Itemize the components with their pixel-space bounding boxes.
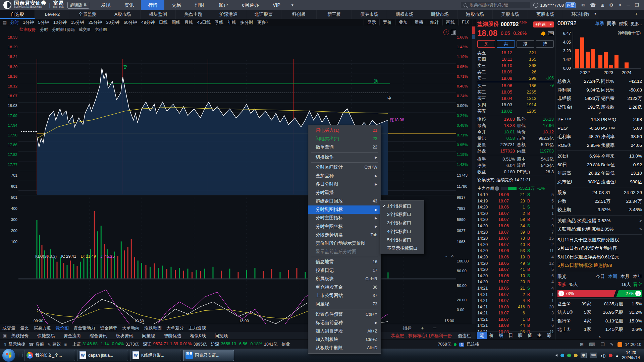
market-tab-热点主题[interactable]: 热点主题 bbox=[176, 10, 211, 19]
order-book-row[interactable]: 卖四18.11155 bbox=[477, 56, 554, 62]
indicator-tab-资金驱动力[interactable]: 资金驱动力 bbox=[73, 325, 95, 331]
top-menu-理财[interactable]: 理财 bbox=[188, 0, 211, 10]
action-持-button[interactable]: 持 bbox=[536, 40, 554, 48]
indicator-tab-买卖力道[interactable]: 买卖力道 bbox=[34, 325, 51, 331]
volume-icon[interactable]: ◖)) bbox=[600, 353, 606, 358]
quote-tab-价[interactable]: 价 bbox=[487, 332, 497, 339]
section-collapse-icon[interactable]: ∨ bbox=[557, 111, 642, 115]
task-button-K线经典形...[interactable]: WK线经典形... bbox=[130, 350, 181, 361]
tick-row[interactable]: 14:2118.071B1 bbox=[477, 316, 554, 323]
search-input[interactable]: 股票/理财/资讯/功能 bbox=[461, 2, 530, 8]
tick-row[interactable]: 14:2018.0610S6 bbox=[477, 273, 554, 279]
period-多分时[interactable]: 多分时 bbox=[238, 19, 255, 25]
market-tab-债券市场[interactable]: 债券市场 bbox=[352, 10, 387, 19]
panel-tab-关联报价[interactable]: 关联报价 bbox=[11, 333, 29, 339]
menu-item-重仓持股基金[interactable]: 重仓持股基金36 bbox=[308, 283, 381, 291]
chart-tab-成交量[interactable]: 成交量 bbox=[79, 27, 91, 32]
menu-item-分时副图指标[interactable]: 分时副图指标▶ bbox=[308, 205, 381, 214]
quote-tab-筹[interactable]: 筹 bbox=[544, 332, 554, 339]
indicator-tool[interactable]: 指标 bbox=[403, 325, 412, 331]
tick-row[interactable]: 14:2018.061S1 bbox=[477, 204, 554, 210]
market-tab-Level-2[interactable]: Level-2 bbox=[35, 10, 70, 19]
submenu-item-5个指标窗口[interactable]: 5个指标窗口 bbox=[380, 236, 424, 244]
task-button-国泰君安证...[interactable]: 富易国泰君安证... bbox=[183, 350, 234, 361]
submenu-item-1个指标窗口[interactable]: ✔1个指标窗口 bbox=[380, 202, 424, 210]
tabbar-dropdown-icon[interactable]: ▼ bbox=[594, 12, 597, 15]
panel-tab-板块资讯[interactable]: 板块资讯 bbox=[116, 333, 133, 339]
tray-app4-icon[interactable] bbox=[609, 354, 612, 357]
tick-row[interactable]: 14:1918.0621S5 bbox=[477, 192, 554, 198]
period-10分钟[interactable]: 10分钟 bbox=[51, 19, 69, 25]
menu-item-分时主图坐标[interactable]: 分时主图坐标▶ bbox=[308, 222, 381, 231]
menu-item-多日分时图[interactable]: 多日分时图▶ bbox=[308, 180, 381, 188]
menu-item-所属板块[interactable]: 所属板块Ctrl+R bbox=[308, 275, 381, 283]
menu-item-投资日记[interactable]: 投资日记17 bbox=[308, 266, 381, 275]
fin-tab-更多..[interactable]: 更多.. bbox=[630, 21, 642, 27]
top-menu-资讯[interactable]: 资讯 bbox=[117, 0, 141, 10]
tray-app3-icon[interactable] bbox=[574, 354, 578, 357]
menu-item-标记当前品种[interactable]: 标记当前品种▶ bbox=[308, 318, 381, 327]
sentiment-tab-本年[interactable]: 本年 bbox=[633, 272, 642, 281]
minimize-icon[interactable]: ─ bbox=[625, 2, 633, 8]
order-book-row[interactable]: 买一18.06186-9 bbox=[477, 82, 554, 89]
alert-icon[interactable] bbox=[618, 342, 622, 347]
thumb-up-icon[interactable]: ↑ bbox=[558, 291, 564, 296]
market-tab-美股市场[interactable]: 美股市场 bbox=[493, 10, 528, 19]
menu-item-竞价时段自动显示竞价图[interactable]: 竞价时段自动显示竞价图 bbox=[308, 239, 381, 247]
market-tab-期权市场[interactable]: 期权市场 bbox=[387, 10, 422, 19]
status-label[interactable]: 显示快捷 bbox=[8, 342, 25, 347]
order-book-row[interactable]: 卖二18.0926 bbox=[477, 69, 554, 75]
market-tab-沪深港通[interactable]: 沪深港通 bbox=[211, 10, 246, 19]
order-book-row[interactable]: 卖五18.12321 bbox=[477, 50, 554, 56]
tray-expand-icon[interactable] bbox=[555, 354, 557, 357]
apps-icon[interactable]: ⊞ bbox=[598, 2, 607, 8]
tool-统计[interactable]: 统计 bbox=[427, 19, 442, 25]
period-45日线[interactable]: 45日线 bbox=[195, 19, 213, 25]
panel-tab-相似K线[interactable]: 相似K线 bbox=[190, 333, 206, 339]
panel-tab-资金流向[interactable]: 资金流向 bbox=[63, 333, 81, 339]
index-沪深[interactable]: 沪深3658.13-6.56-0.18%1841亿 bbox=[211, 342, 278, 347]
index-创业[interactable]: 创业 bbox=[281, 342, 297, 347]
panel-list-icon[interactable]: ▣ bbox=[3, 333, 7, 338]
doc-icon[interactable]: ▤ bbox=[3, 20, 7, 25]
news-item[interactable]: 5月11日有7条投资者互动内容 bbox=[557, 244, 642, 253]
promo-marquee[interactable]: 恭喜您，获得核心用户福利一份 bbox=[391, 333, 452, 339]
period-1分钟[interactable]: 1分钟 bbox=[21, 19, 36, 25]
quote-tab-细[interactable]: 细 bbox=[496, 332, 506, 339]
quote-tab-主[interactable]: 主 bbox=[535, 332, 544, 339]
pane-layout-icon[interactable] bbox=[451, 30, 456, 35]
gift-icon[interactable]: ✦ bbox=[616, 2, 625, 8]
menu-item-从板块中删除[interactable]: 从板块中删除Alt+D bbox=[308, 344, 381, 352]
menu-item-分时主图指标[interactable]: 分时主图指标▶ bbox=[308, 214, 381, 222]
top-menu-交易[interactable]: 交易 bbox=[164, 0, 188, 10]
tick-row[interactable]: 14:2118.0621S4 bbox=[477, 285, 554, 292]
tick-row[interactable]: 14:2118.074B1 bbox=[477, 298, 554, 304]
tick-list[interactable]: 14:1918.0621S514:1918.0723B514:2018.061S… bbox=[477, 192, 554, 335]
pane-close-icon[interactable]: ✕ bbox=[451, 254, 454, 258]
menu-item-信息地雷[interactable]: 信息地雷16 bbox=[308, 258, 381, 266]
tick-row[interactable]: 14:2018.0740B2 bbox=[477, 242, 554, 248]
panel-tab-问董秘[interactable]: 问董秘 bbox=[142, 333, 155, 339]
period-季线[interactable]: 季线 bbox=[213, 19, 225, 25]
market-tab-英股市场[interactable]: 英股市场 bbox=[528, 10, 563, 19]
tick-row[interactable]: 14:2018.0653S11 bbox=[477, 248, 554, 254]
sentiment-tab-本月[interactable]: 本月 bbox=[621, 272, 630, 281]
tick-row[interactable]: 14:2118.072B1 bbox=[477, 292, 554, 298]
alert-bell-icon[interactable] bbox=[541, 32, 545, 35]
tool-显示[interactable]: 显示 bbox=[364, 19, 379, 25]
menu-item-问董秘[interactable]: 问董秘73 bbox=[308, 300, 381, 308]
quote-tab-笔[interactable]: 笔 bbox=[477, 332, 487, 339]
market-tab-自选股[interactable]: 自选股 bbox=[0, 10, 35, 19]
chart-tab-分时[interactable]: 分时 bbox=[40, 27, 48, 32]
period-周线[interactable]: 周线 bbox=[170, 19, 182, 25]
indicator-tab-大单差分[interactable]: 大单差分 bbox=[166, 325, 184, 331]
tick-row[interactable]: 14:2018.072B1 bbox=[477, 210, 554, 217]
market-tab-新三板[interactable]: 新三板 bbox=[317, 10, 352, 19]
period-5分钟[interactable]: 5分钟 bbox=[36, 19, 51, 25]
pane-expand-icon[interactable]: ↑ bbox=[443, 29, 449, 35]
tick-row[interactable]: 14:2118.0763 bbox=[477, 310, 554, 316]
menu-item-加入到板块[interactable]: 加入到板块Ctrl+Z bbox=[308, 336, 381, 344]
menu-item-撤单查询[interactable]: 撤单查询22 bbox=[308, 143, 381, 151]
top-menu-VIP[interactable]: VIP bbox=[266, 0, 287, 10]
indicator-tab-大单动向[interactable]: 大单动向 bbox=[122, 325, 140, 331]
